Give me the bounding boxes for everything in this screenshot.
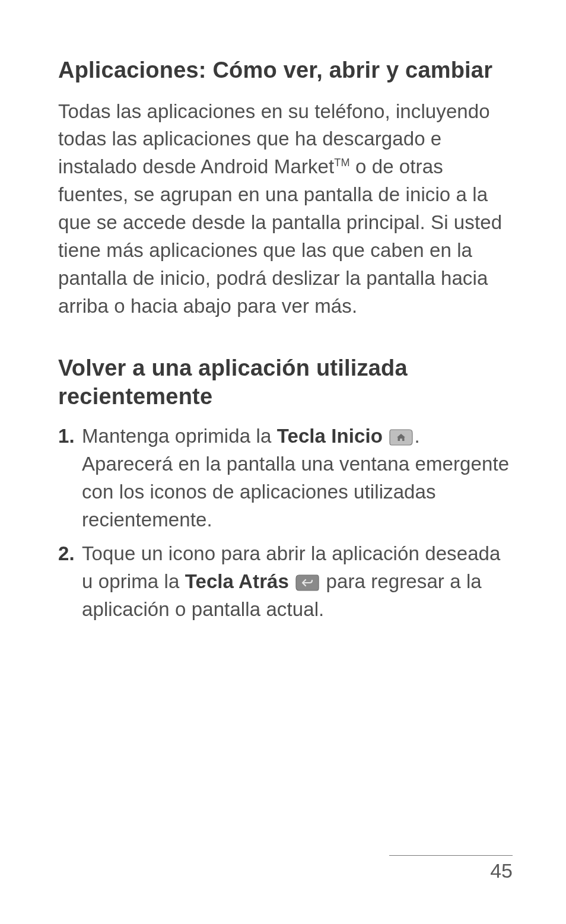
section-heading-apps: Aplicaciones: Cómo ver, abrir y cambiar — [58, 56, 513, 85]
key-label-home: Tecla Inicio — [277, 425, 383, 447]
step-text-b — [289, 570, 294, 592]
step-number: 1. — [58, 423, 75, 450]
step-item-2: 2.Toque un icono para abrir la aplicació… — [58, 540, 513, 624]
step-number: 2. — [58, 540, 75, 568]
page-number-area: 45 — [389, 855, 513, 882]
back-key-icon — [295, 574, 319, 592]
page-number: 45 — [389, 859, 513, 882]
page-number-rule — [389, 855, 513, 856]
step-text-b — [383, 425, 388, 447]
step-text-a: Mantenga oprimida la — [82, 425, 277, 447]
trademark-symbol: TM — [334, 157, 349, 169]
manual-page: Aplicaciones: Cómo ver, abrir y cambiar … — [0, 0, 566, 924]
key-label-back: Tecla Atrás — [185, 570, 289, 592]
paragraph-text-b: o de otras fuentes, se agrupan en una pa… — [58, 155, 502, 316]
steps-list: 1. Mantenga oprimida la Tecla Inicio . A… — [58, 423, 513, 623]
body-paragraph-apps: Todas las aplicaciones en su teléfono, i… — [58, 98, 513, 320]
step-item-1: 1. Mantenga oprimida la Tecla Inicio . A… — [58, 423, 513, 534]
home-key-icon — [389, 428, 413, 446]
section-heading-recent: Volver a una aplicación utilizada recien… — [58, 354, 513, 411]
